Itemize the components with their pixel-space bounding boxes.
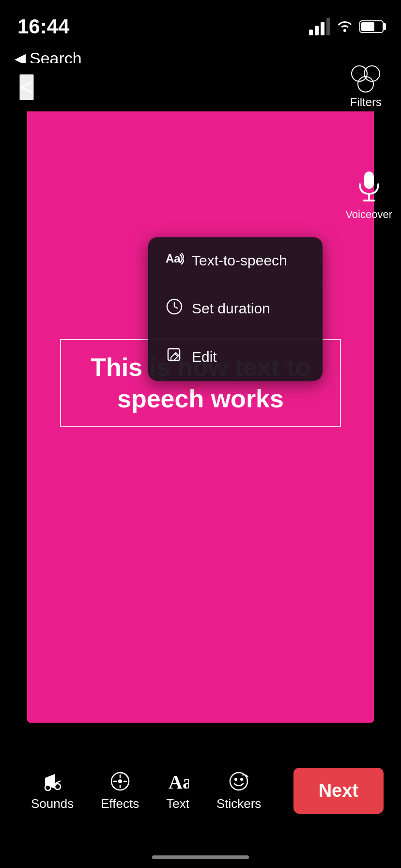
svg-point-14 [240,778,243,781]
wifi-icon [336,18,354,36]
menu-item-set-duration-label: Set duration [192,300,270,317]
status-icons [309,18,384,36]
voiceover-button[interactable]: Voiceover [345,170,392,221]
effects-icon [109,770,131,792]
text-icon: Aa [167,770,189,792]
set-duration-icon [166,298,183,319]
toolbar-item-effects[interactable]: Effects [87,770,153,811]
edit-icon [166,347,183,367]
menu-item-text-to-speech[interactable]: Aa Text-to-speech [148,237,323,284]
menu-item-edit-label: Edit [192,349,217,365]
battery-icon [359,20,384,33]
toolbar-item-sounds[interactable]: Sounds [17,770,87,811]
home-indicator [152,855,249,859]
filters-icon [351,65,380,93]
svg-point-10 [118,779,122,783]
status-time: 16:44 [17,15,69,38]
voiceover-label: Voiceover [345,208,392,221]
stickers-label: Stickers [216,796,261,811]
top-toolbar: < Filters [0,63,401,111]
toolbar-item-text[interactable]: Aa Text [153,770,203,811]
text-to-speech-icon: Aa [166,251,183,270]
svg-point-13 [234,778,237,781]
svg-text:Aa: Aa [169,771,189,792]
svg-text:Aa: Aa [166,252,181,265]
sounds-icon [41,770,63,792]
signal-bars-icon [309,18,330,35]
svg-rect-3 [364,171,374,189]
next-button[interactable]: Next [293,768,384,814]
bottom-toolbar: Sounds Effects Aa Text [0,752,401,829]
back-button[interactable]: < [19,74,34,100]
sounds-label: Sounds [31,796,74,811]
menu-item-edit[interactable]: Edit [148,333,323,381]
toolbar-item-stickers[interactable]: Stickers [203,770,275,811]
menu-item-text-to-speech-label: Text-to-speech [192,252,287,269]
menu-item-set-duration[interactable]: Set duration [148,284,323,333]
context-menu-popup: Aa Text-to-speech Set duration [148,237,323,381]
filters-button[interactable]: Filters [350,65,382,109]
microphone-icon [356,170,382,204]
status-bar: 16:44 [0,0,401,44]
text-label: Text [166,796,189,811]
stickers-icon [228,770,250,792]
video-canvas: Aa Text-to-speech Set duration [27,107,374,723]
svg-point-6 [55,784,61,790]
effects-label: Effects [101,796,139,811]
filters-label: Filters [350,95,382,109]
toolbar-items: Sounds Effects Aa Text [17,770,293,811]
